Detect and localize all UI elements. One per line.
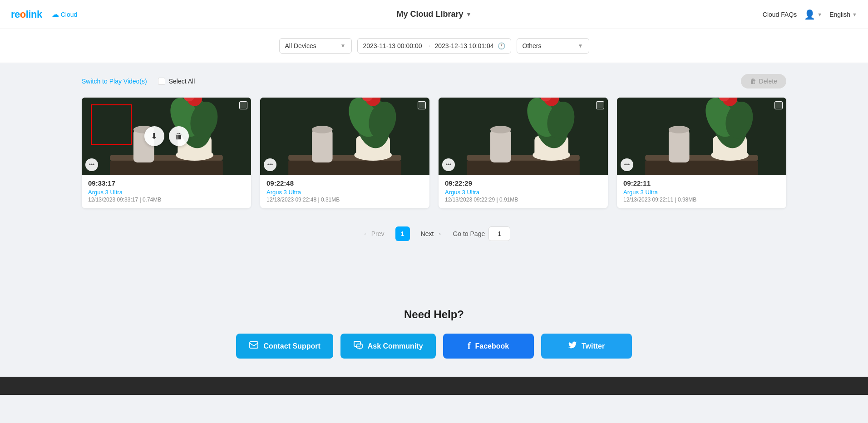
video-meta-1: 12/13/2023 09:33:17 | 0.74MB bbox=[88, 197, 245, 203]
video-card-2[interactable]: 192.168.2 • Argus 3 Ultra bbox=[260, 98, 429, 208]
facebook-icon: f bbox=[468, 341, 471, 351]
video-info-4: 09:22:11 Argus 3 Ultra 12/13/2023 09:22:… bbox=[617, 175, 786, 208]
cloud-icon: ☁ bbox=[52, 10, 59, 19]
video-info-3: 09:22:29 Argus 3 Ultra 12/13/2023 09:22:… bbox=[439, 175, 608, 208]
date-start: 2023-11-13 00:00:00 bbox=[363, 42, 422, 49]
thumb-checkbox-1[interactable] bbox=[239, 101, 247, 109]
video-card-1[interactable]: 192.168.2 • Argus 3 Ultra bbox=[82, 98, 251, 208]
video-thumb-2: 192.168.2 • Argus 3 Ultra bbox=[260, 98, 429, 175]
video-info-2: 09:22:48 Argus 3 Ultra 12/13/2023 09:22:… bbox=[260, 175, 429, 208]
filters-bar: All Devices ▼ 2023-11-13 00:00:00 → 2023… bbox=[0, 29, 868, 63]
video-time-1: 09:33:17 bbox=[88, 179, 245, 187]
language-chevron: ▼ bbox=[852, 12, 857, 17]
cloud-label: Cloud bbox=[61, 11, 78, 18]
svg-rect-32 bbox=[467, 161, 580, 175]
next-label: Next bbox=[421, 230, 434, 237]
prev-button[interactable]: ← Prev bbox=[358, 227, 390, 240]
others-label: Others bbox=[523, 42, 542, 49]
devices-chevron: ▼ bbox=[340, 43, 346, 49]
thumb-bg-1: 192.168.2 • Argus 3 Ultra bbox=[82, 98, 251, 175]
prev-arrow: ← bbox=[363, 230, 370, 237]
prev-label: Prev bbox=[371, 230, 385, 237]
select-all-checkbox[interactable] bbox=[158, 78, 165, 85]
user-area[interactable]: 👤 ▼ bbox=[804, 9, 822, 20]
video-meta-4: 12/13/2023 09:22:11 | 0.98MB bbox=[623, 197, 780, 203]
svg-point-55 bbox=[669, 126, 690, 133]
toolbar-row: Switch to Play Video(s) Select All 🗑 Del… bbox=[82, 74, 786, 89]
more-options-btn-4[interactable]: ••• bbox=[621, 158, 633, 171]
svg-rect-40 bbox=[490, 129, 511, 162]
devices-filter[interactable]: All Devices ▼ bbox=[279, 38, 352, 54]
video-device-2: Argus 3 Ultra bbox=[266, 189, 423, 196]
help-title: Need Help? bbox=[11, 308, 857, 321]
delete-icon: 🗑 bbox=[750, 78, 756, 85]
contact-support-label: Contact Support bbox=[263, 342, 320, 350]
help-section: Need Help? Contact Support Ask Community bbox=[0, 290, 868, 377]
title-area[interactable]: My Cloud Library ▼ bbox=[397, 10, 472, 19]
svg-rect-18 bbox=[288, 161, 401, 175]
thumb-checkbox-4[interactable] bbox=[774, 101, 783, 109]
user-icon: 👤 bbox=[804, 9, 815, 20]
svg-rect-26 bbox=[312, 129, 333, 162]
goto-input[interactable] bbox=[488, 226, 510, 241]
next-button[interactable]: Next → bbox=[415, 227, 448, 240]
cloud-faqs-link[interactable]: Cloud FAQs bbox=[763, 11, 797, 18]
contact-support-icon bbox=[249, 340, 259, 352]
page-1-button[interactable]: 1 bbox=[395, 226, 410, 241]
video-time-2: 09:22:48 bbox=[266, 179, 423, 187]
header: reolink ☁ Cloud My Cloud Library ▼ Cloud… bbox=[0, 0, 868, 29]
language-label: English bbox=[829, 11, 850, 18]
thumb-delete-button[interactable]: 🗑 bbox=[169, 126, 189, 146]
video-info-1: 09:33:17 Argus 3 Ultra 12/13/2023 09:33:… bbox=[82, 175, 251, 208]
ask-community-icon bbox=[353, 340, 363, 352]
more-options-btn-1[interactable]: ••• bbox=[85, 158, 98, 171]
contact-support-button[interactable]: Contact Support bbox=[236, 334, 333, 359]
language-selector[interactable]: English ▼ bbox=[829, 11, 857, 18]
svg-rect-56 bbox=[250, 342, 258, 348]
thumb-bg-2: 192.168.2 • Argus 3 Ultra bbox=[260, 98, 429, 175]
select-all-area[interactable]: Select All bbox=[158, 78, 195, 85]
goto-label: Go to Page bbox=[453, 230, 485, 237]
ask-community-button[interactable]: Ask Community bbox=[340, 334, 436, 359]
svg-point-41 bbox=[490, 126, 511, 133]
delete-button[interactable]: 🗑 Delete bbox=[741, 74, 786, 89]
thumb-bg-4: 192.168.2 • Argus 3 Ultra bbox=[617, 98, 786, 175]
date-range-filter[interactable]: 2023-11-13 00:00:00 → 2023-12-13 10:01:0… bbox=[357, 38, 511, 54]
others-filter[interactable]: Others ▼ bbox=[517, 38, 589, 54]
svg-point-27 bbox=[312, 126, 333, 133]
thumb-bg-3: 192.168.2 • Argus 3 Ultra bbox=[439, 98, 608, 175]
select-all-label: Select All bbox=[169, 78, 195, 85]
facebook-label: Facebook bbox=[475, 342, 509, 350]
date-arrow: → bbox=[426, 43, 431, 49]
video-card-4[interactable]: 192.168.2 • Argus 3 Ultra bbox=[617, 98, 786, 208]
video-meta-3: 12/13/2023 09:22:29 | 0.91MB bbox=[445, 197, 602, 203]
svg-rect-4 bbox=[110, 161, 223, 175]
pagination: ← Prev 1 Next → Go to Page bbox=[82, 226, 786, 241]
more-options-btn-3[interactable]: ••• bbox=[442, 158, 455, 171]
clock-icon[interactable]: 🕐 bbox=[498, 42, 505, 49]
video-device-4: Argus 3 Ultra bbox=[623, 189, 780, 196]
date-end: 2023-12-13 10:01:04 bbox=[435, 42, 494, 49]
video-meta-2: 12/13/2023 09:22:48 | 0.31MB bbox=[266, 197, 423, 203]
others-chevron: ▼ bbox=[578, 43, 583, 49]
video-time-4: 09:22:11 bbox=[623, 179, 780, 187]
video-time-3: 09:22:29 bbox=[445, 179, 602, 187]
thumb-checkbox-3[interactable] bbox=[596, 101, 604, 109]
footer bbox=[0, 377, 868, 395]
more-options-btn-2[interactable]: ••• bbox=[264, 158, 276, 171]
thumb-actions: ⬇ 🗑 bbox=[144, 126, 189, 146]
ask-community-label: Ask Community bbox=[368, 342, 423, 350]
switch-video-link[interactable]: Switch to Play Video(s) bbox=[82, 78, 147, 85]
twitter-button[interactable]: Twitter bbox=[541, 334, 632, 359]
cloud-badge: ☁ Cloud bbox=[47, 10, 78, 19]
thumb-checkbox-2[interactable] bbox=[418, 101, 426, 109]
video-device-3: Argus 3 Ultra bbox=[445, 189, 602, 196]
header-right: Cloud FAQs 👤 ▼ English ▼ bbox=[763, 9, 857, 20]
download-button[interactable]: ⬇ bbox=[144, 126, 164, 146]
video-card-3[interactable]: 192.168.2 • Argus 3 Ultra bbox=[439, 98, 608, 208]
logo-area: reolink ☁ Cloud bbox=[11, 9, 77, 20]
delete-label: Delete bbox=[759, 78, 777, 85]
devices-label: All Devices bbox=[285, 42, 316, 49]
facebook-button[interactable]: f Facebook bbox=[443, 334, 534, 359]
svg-rect-46 bbox=[645, 161, 758, 175]
